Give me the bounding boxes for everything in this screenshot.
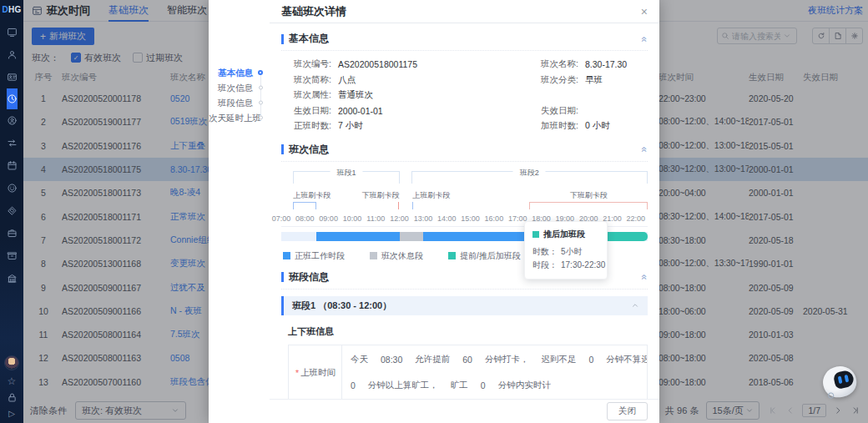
modal-footer: 关闭 bbox=[270, 399, 659, 423]
app-screen: DHG ☆▷ 班次时间 基础班次智能班次轮班班次 夜班统计方案 + 新增班次 bbox=[0, 0, 868, 423]
field-label: 班次名称: bbox=[541, 58, 583, 70]
axis-tick: 22:00 bbox=[627, 214, 646, 223]
anchor-label: 班段信息 bbox=[218, 98, 253, 108]
required-asterisk: * bbox=[295, 368, 299, 378]
content-token: 迟到不足 bbox=[541, 354, 576, 365]
tooltip-row: 时段：17:30-22:30 bbox=[532, 259, 599, 272]
basic-info-row: 班次编号:AS20200518001175班次名称:8.30-17.30 bbox=[294, 57, 648, 73]
segment-bracket-label: 班段2 bbox=[513, 168, 546, 179]
close-button[interactable]: 关闭 bbox=[607, 402, 648, 420]
avatar[interactable] bbox=[4, 355, 19, 370]
sidebar-item-service[interactable] bbox=[7, 177, 18, 199]
field-label: 生效日期: bbox=[294, 105, 336, 117]
tooltip-label: 时段： bbox=[532, 259, 558, 272]
field-value: AS20200518001175 bbox=[336, 59, 541, 69]
modal-body: 基本信息 « 班次编号:AS20200518001175班次名称:8.30-17… bbox=[270, 23, 659, 399]
work-time-row: *上班时间今天08:30允许提前60分钟打卡，迟到不足0分钟不算迟到，迟到0分钟… bbox=[289, 345, 647, 400]
sidebar-item-id-card[interactable] bbox=[7, 66, 18, 88]
sidebar-bottom: ☆▷ bbox=[4, 355, 19, 423]
lock-icon bbox=[7, 392, 18, 403]
legend-item: 提前/推后加班段 bbox=[448, 250, 521, 262]
legend-swatch bbox=[283, 252, 290, 259]
legend-swatch bbox=[370, 252, 377, 259]
anchor-label: 次天延时上班 bbox=[209, 113, 261, 123]
anchor-班次信息[interactable]: 班次信息 bbox=[209, 80, 270, 95]
content-line: 今天08:30允许提前60分钟打卡，迟到不足0分钟不算迟到，迟到 bbox=[351, 347, 638, 373]
clock-icon bbox=[7, 93, 18, 104]
collapse-icon[interactable]: « bbox=[640, 36, 650, 42]
work-time-label: *上班时间 bbox=[289, 345, 342, 400]
bar-segment bbox=[423, 232, 529, 241]
robot-visor bbox=[833, 370, 855, 390]
overtime-tooltip: 推后加班段 时数：5小时时段：17:30-22:30 bbox=[524, 221, 608, 279]
axis-tick: 16:00 bbox=[485, 214, 504, 223]
anchor-label: 基本信息 bbox=[218, 68, 253, 78]
close-icon[interactable]: × bbox=[641, 6, 648, 18]
tooltip-value: 5小时 bbox=[561, 245, 583, 259]
sidebar-item-transfer[interactable] bbox=[7, 132, 18, 154]
punch-mark bbox=[293, 202, 316, 209]
basic-info-grid: 班次编号:AS20200518001175班次名称:8.30-17.30班次简称… bbox=[281, 51, 648, 134]
legend-item: 正班工作时段 bbox=[283, 250, 345, 262]
collapse-icon[interactable]: « bbox=[640, 274, 650, 280]
content-token: 今天 bbox=[351, 354, 368, 365]
dashboard-icon bbox=[7, 27, 18, 38]
work-time-subtitle: 上下班信息 bbox=[288, 325, 648, 338]
anchor-班段信息[interactable]: 班段信息 bbox=[209, 95, 270, 110]
segment-panel-header[interactable]: 班段1 （08:30 - 12:00） bbox=[281, 296, 648, 315]
content-token: 分钟打卡， bbox=[485, 354, 529, 365]
field-value: 早班 bbox=[583, 74, 648, 86]
punch-mark bbox=[529, 202, 648, 209]
sidebar-item-user[interactable] bbox=[7, 43, 18, 66]
tooltip-row: 时数：5小时 bbox=[532, 245, 599, 259]
content-token: 分钟以上算旷工， bbox=[368, 380, 438, 391]
assistant-robot[interactable] bbox=[821, 363, 858, 401]
work-time-content: 今天08:30允许提前60分钟打卡，迟到不足0分钟不算迟到，迟到0分钟以上算旷工… bbox=[342, 345, 647, 400]
chevron-up-icon bbox=[631, 301, 639, 310]
axis-tick: 14:00 bbox=[437, 214, 457, 223]
sidebar-item-building[interactable] bbox=[7, 267, 18, 290]
basic-info-row: 班次简称:八点班次分类:早班 bbox=[294, 73, 648, 88]
punch-mark bbox=[398, 202, 399, 209]
sidebar-item-briefcase[interactable] bbox=[7, 222, 18, 244]
field-label: 班次分类: bbox=[541, 74, 583, 86]
sidebar-item-archive[interactable] bbox=[7, 244, 18, 267]
bar-segment bbox=[316, 232, 399, 241]
sidebar-item-tags[interactable] bbox=[7, 199, 18, 222]
collapse-icon[interactable]: « bbox=[640, 147, 650, 153]
anchor-dot-icon bbox=[258, 70, 263, 75]
content-token: 0 bbox=[351, 380, 356, 390]
sidebar-item-account[interactable] bbox=[7, 109, 18, 132]
field-value: 八点 bbox=[336, 74, 541, 86]
expand-icon[interactable]: ▷ bbox=[8, 408, 15, 420]
legend-label: 正班工作时段 bbox=[295, 250, 345, 262]
section-title: 班次信息 bbox=[289, 143, 329, 157]
section-title: 班段信息 bbox=[289, 270, 329, 285]
modal-title: 基础班次详情 bbox=[281, 4, 346, 19]
axis-tick: 10:00 bbox=[343, 214, 362, 223]
sidebar-item-clock[interactable] bbox=[7, 88, 18, 109]
section-marker bbox=[281, 272, 284, 282]
axis-tick: 11:00 bbox=[366, 214, 385, 223]
field-label: 加班时数: bbox=[541, 120, 583, 132]
star-icon[interactable]: ☆ bbox=[8, 375, 17, 387]
tooltip-title: 推后加班段 bbox=[543, 229, 585, 240]
tooltip-value: 17:30-22:30 bbox=[561, 259, 605, 272]
legend-item: 班次休息段 bbox=[370, 250, 423, 262]
shift-info-section-header: 班次信息 « bbox=[281, 143, 648, 162]
field-value: 0 小时 bbox=[583, 120, 648, 132]
tooltip-swatch bbox=[532, 231, 539, 238]
tooltip-header: 推后加班段 bbox=[532, 229, 599, 240]
lock-icon[interactable] bbox=[7, 392, 18, 403]
content-token: 分钟不算迟到， bbox=[606, 354, 647, 365]
anchor-次天延时上班[interactable]: 次天延时上班 bbox=[209, 110, 270, 125]
content-token: 分钟内实时计 bbox=[498, 380, 551, 391]
sidebar-item-calendar[interactable] bbox=[7, 154, 18, 177]
axis-tick: 09:00 bbox=[319, 214, 338, 223]
anchor-dot-icon bbox=[259, 86, 263, 90]
section-title: 基本信息 bbox=[289, 32, 329, 46]
anchor-基本信息[interactable]: 基本信息 bbox=[209, 65, 270, 80]
sidebar-item-dashboard[interactable] bbox=[7, 21, 18, 43]
content-token: 08:30 bbox=[381, 355, 402, 365]
calendar-icon bbox=[7, 160, 18, 171]
